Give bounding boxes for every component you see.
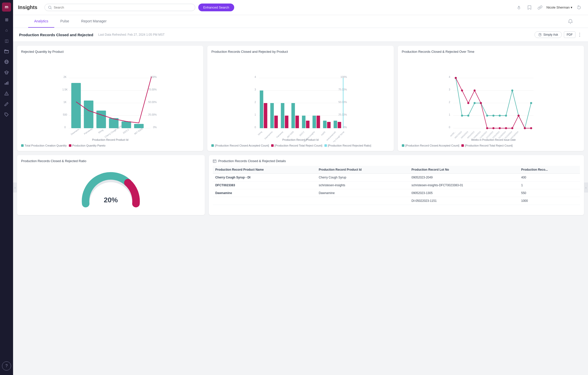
svg-text:50mg: 50mg: [258, 131, 263, 136]
svg-point-113: [486, 127, 488, 129]
nav-tabs: Analytics Pulse Report Manager: [13, 15, 588, 28]
svg-point-107: [530, 102, 532, 104]
chart1-legend: Total Production Creation Quantity Produ…: [21, 144, 199, 147]
user-menu[interactable]: Nicole Sherman ▾: [547, 6, 573, 9]
svg-text:4: 4: [449, 76, 450, 78]
table-row: DI-05022023-1151 1000: [213, 197, 580, 205]
svg-text:tcpid1: tcpid1: [321, 131, 326, 136]
chart4-title: Production Records Closed & Rejected Rat…: [21, 159, 201, 163]
cell-value: 1: [519, 181, 580, 189]
svg-rect-68: [313, 116, 316, 128]
link-icon[interactable]: [536, 4, 544, 12]
sidebar-icon-globe[interactable]: [2, 57, 11, 66]
tab-report-manager[interactable]: Report Manager: [75, 15, 113, 28]
svg-text:Production Record Product Id: Production Record Product Id: [282, 138, 319, 141]
svg-point-111: [473, 89, 475, 91]
chart-closed-rejected-product: Production Records Closed and Rejected b…: [207, 46, 394, 151]
svg-point-101: [492, 115, 494, 117]
tab-analytics[interactable]: Analytics: [28, 15, 54, 28]
svg-point-108: [455, 77, 457, 79]
sidebar-icon-edit[interactable]: [2, 100, 11, 109]
user-name: Nicole Sherman: [547, 6, 570, 9]
notification-icon[interactable]: [568, 19, 573, 24]
svg-point-120: [530, 127, 532, 129]
svg-point-100: [486, 115, 488, 117]
svg-rect-59: [264, 103, 267, 128]
bookmark-icon[interactable]: [525, 4, 533, 12]
svg-rect-72: [334, 121, 337, 128]
col-product-id: Production Record Product Id: [316, 166, 409, 174]
svg-text:3: 3: [449, 88, 450, 91]
pdf-button[interactable]: PDF: [564, 31, 575, 38]
sidebar-icon-folder[interactable]: [2, 47, 11, 56]
chart2-legend: [Production Record Closed Accepted Count…: [211, 144, 389, 147]
svg-point-117: [511, 127, 513, 129]
svg-text:0%: 0%: [344, 126, 347, 129]
chart-over-time: Production Records Closed & Rejected Ove…: [398, 46, 584, 151]
svg-rect-70: [323, 121, 327, 128]
page-header: Production Records Closed and Rejected L…: [13, 28, 588, 42]
svg-rect-30: [71, 83, 81, 128]
svg-point-9: [6, 114, 6, 114]
cell-lot-no: 09052023-1305: [409, 189, 519, 197]
search-input[interactable]: [54, 6, 191, 9]
svg-rect-135: [213, 160, 216, 163]
simply-ask-button[interactable]: Simply Ask: [534, 31, 562, 38]
topbar-actions: Nicole Sherman ▾: [515, 4, 583, 12]
navigation-icon[interactable]: [515, 4, 523, 12]
svg-text:Painaway: Painaway: [83, 127, 93, 135]
svg-rect-67: [306, 121, 310, 128]
svg-rect-71: [327, 122, 331, 128]
svg-point-97: [467, 115, 469, 117]
table-title: Production Records Closed & Rejected Det…: [218, 159, 286, 163]
svg-rect-5: [6, 82, 7, 85]
page-title: Production Records Closed and Rejected: [19, 33, 93, 37]
sidebar-icon-grid[interactable]: ⊞: [2, 15, 11, 24]
svg-text:4: 4: [255, 76, 256, 78]
table-row: Dawnamine Dawnamine 09052023-1305 550: [213, 189, 580, 197]
cell-product-name: Dawnamine: [213, 189, 316, 197]
sidebar-icon-chart[interactable]: [2, 78, 11, 87]
content-area: Production Records Closed and Rejected L…: [13, 28, 588, 375]
svg-text:3: 3: [255, 88, 256, 91]
left-collapse-handle[interactable]: ›: [13, 182, 17, 193]
svg-text:2K: 2K: [64, 76, 67, 78]
chart2-title: Production Records Closed and Rejected b…: [211, 50, 389, 54]
cell-product-id: schristesen-insights: [316, 181, 409, 189]
svg-text:0: 0: [255, 126, 256, 129]
svg-point-110: [467, 102, 469, 104]
svg-text:2023.2: 2023.2: [299, 131, 305, 137]
refresh-info: Last Data Refreshed: Feb 27, 2024 1:05 P…: [98, 33, 165, 36]
svg-text:50mg: 50mg: [98, 129, 104, 134]
legend-item-1: Total Production Creation Quantity: [21, 144, 67, 147]
legend-item-c3-1: [Production Record Closed Accepted Count…: [402, 144, 459, 147]
svg-text:1K: 1K: [64, 101, 67, 104]
sidebar-icon-warning[interactable]: [2, 89, 11, 98]
more-options-icon[interactable]: ⋮: [577, 32, 582, 37]
enhanced-search-button[interactable]: Enhanced Search: [198, 4, 234, 11]
sidebar-icon-tag[interactable]: [2, 110, 11, 119]
tab-pulse[interactable]: Pulse: [54, 15, 75, 28]
chart3-legend: [Production Record Closed Accepted Count…: [402, 144, 580, 147]
sidebar-icon-education[interactable]: [2, 68, 11, 77]
svg-point-112: [480, 102, 482, 104]
cell-product-name: [213, 197, 316, 205]
chart3-title: Production Records Closed & Rejected Ove…: [402, 50, 580, 54]
svg-rect-34: [122, 121, 131, 128]
svg-point-116: [505, 127, 507, 129]
svg-text:Dawnamine: Dawnamine: [264, 131, 273, 140]
sidebar-icon-layers[interactable]: ◫: [2, 36, 11, 45]
right-collapse-handle[interactable]: ‹: [584, 182, 588, 193]
sidebar-icon-help[interactable]: ?: [2, 361, 11, 370]
cell-value: 550: [519, 189, 580, 197]
bottom-row: Production Records Closed & Rejected Rat…: [13, 155, 588, 219]
refresh-icon[interactable]: [575, 4, 583, 12]
svg-rect-61: [274, 116, 278, 128]
svg-text:2: 2: [449, 101, 450, 104]
svg-text:Dawnami...: Dawnami...: [70, 127, 81, 136]
table-header: Production Record Product Name Productio…: [213, 166, 580, 174]
chart1-title: Rejected Quantity by Product: [21, 50, 199, 54]
sidebar-icon-home[interactable]: ⌂: [2, 26, 11, 35]
svg-rect-65: [296, 116, 299, 128]
app-logo[interactable]: m: [2, 3, 11, 12]
